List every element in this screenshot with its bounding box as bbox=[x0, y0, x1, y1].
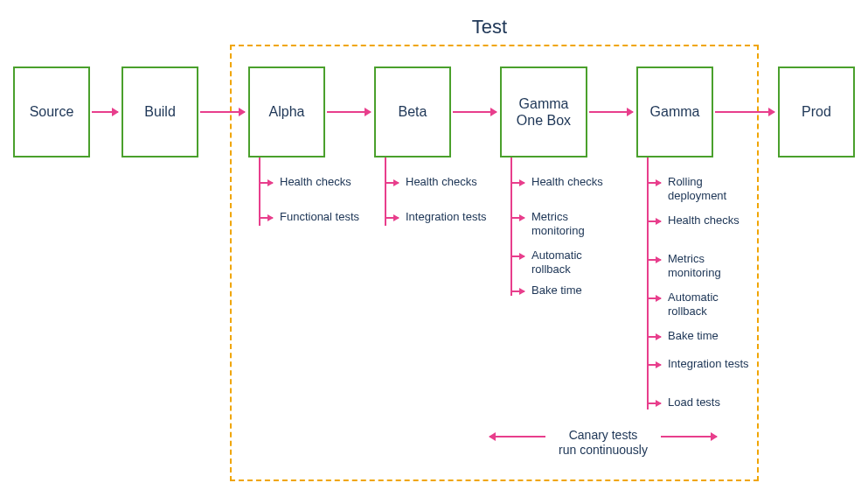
sub-arrow bbox=[649, 259, 661, 261]
arrow-source-build bbox=[92, 111, 118, 113]
stage-label: Alpha bbox=[269, 103, 305, 120]
sub-arrow bbox=[512, 290, 524, 292]
canary-text-line2: run continuously bbox=[551, 443, 656, 457]
sub-arrow bbox=[649, 402, 661, 404]
stage-beta: Beta bbox=[374, 66, 451, 158]
sub-item: Rolling deployment bbox=[668, 175, 751, 204]
arrow-beta-gammaone bbox=[453, 111, 496, 113]
sub-item: Health checks bbox=[531, 175, 615, 189]
sub-arrow bbox=[649, 298, 661, 299]
sub-arrow bbox=[649, 220, 661, 222]
sub-item: Functional tests bbox=[280, 210, 363, 224]
arrow-gamma-prod bbox=[715, 111, 774, 113]
sub-item: Metrics monitoring bbox=[668, 252, 751, 281]
sub-arrow bbox=[386, 217, 399, 219]
arrow-gammaone-gamma bbox=[589, 111, 633, 113]
arrow-build-alpha bbox=[200, 111, 245, 113]
stage-prod: Prod bbox=[778, 66, 855, 158]
stage-gamma: Gamma bbox=[636, 66, 713, 158]
sub-arrow bbox=[649, 336, 661, 338]
stage-source: Source bbox=[13, 66, 90, 158]
stage-label: Beta bbox=[399, 103, 427, 120]
stem-gamma bbox=[647, 158, 649, 410]
sub-item: Integration tests bbox=[668, 357, 751, 371]
sub-arrow bbox=[512, 256, 524, 257]
stage-label: Source bbox=[30, 103, 74, 120]
stage-alpha: Alpha bbox=[248, 66, 325, 158]
sub-item: Bake time bbox=[531, 284, 615, 298]
sub-arrow bbox=[512, 217, 524, 219]
sub-item: Health checks bbox=[406, 175, 489, 189]
sub-item: Health checks bbox=[668, 214, 751, 228]
sub-arrow bbox=[512, 182, 524, 184]
sub-arrow bbox=[649, 182, 661, 184]
sub-item: Automatic rollback bbox=[668, 290, 751, 319]
test-group-title: Test bbox=[455, 16, 524, 38]
stage-build: Build bbox=[122, 66, 198, 158]
arrow-alpha-beta bbox=[327, 111, 371, 113]
sub-item: Health checks bbox=[280, 175, 363, 189]
sub-arrow bbox=[260, 217, 273, 219]
stage-label: Build bbox=[144, 103, 176, 120]
sub-item: Metrics monitoring bbox=[531, 210, 615, 239]
stage-label: Gamma bbox=[650, 103, 700, 120]
sub-arrow bbox=[260, 182, 273, 184]
canary-arrow-right bbox=[661, 436, 717, 438]
sub-item: Integration tests bbox=[406, 210, 489, 224]
canary-arrow-left bbox=[490, 436, 545, 438]
stem-beta bbox=[385, 158, 386, 226]
canary-text-line1: Canary tests bbox=[551, 428, 656, 442]
sub-item: Bake time bbox=[668, 329, 751, 343]
sub-item: Load tests bbox=[668, 396, 751, 410]
stage-gamma-one-box: Gamma One Box bbox=[500, 66, 587, 158]
sub-arrow bbox=[649, 364, 661, 366]
sub-arrow bbox=[386, 182, 399, 184]
stem-gamma-one-box bbox=[510, 158, 512, 296]
sub-item: Automatic rollback bbox=[531, 248, 615, 277]
stage-label: Prod bbox=[802, 103, 831, 120]
stem-alpha bbox=[259, 158, 260, 226]
stage-label: Gamma One Box bbox=[517, 95, 571, 129]
